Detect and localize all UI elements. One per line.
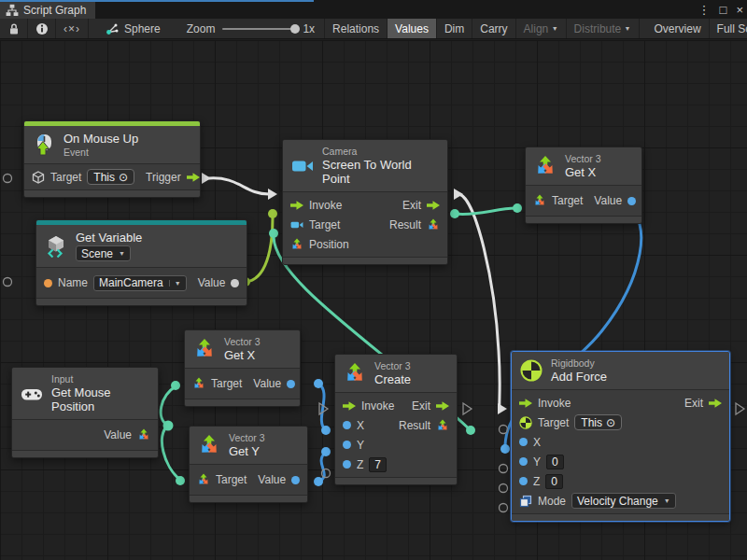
port-mouseup-self-empty[interactable] [4,175,12,183]
x-port[interactable] [519,438,528,446]
name-port[interactable] [44,279,52,287]
maximize-icon[interactable]: □ [720,3,727,17]
value-label: Value [104,428,132,441]
port-create-x-in[interactable] [321,426,331,435]
menu-icon[interactable]: ⋮ [698,3,711,17]
vector3-icon [193,338,216,360]
node-vector3-create[interactable]: Vector 3 Create Invoke Exit X Result [334,354,458,485]
port-create-y-in[interactable] [321,447,331,456]
vector3-port-icon[interactable] [197,473,210,486]
vector3-port-icon[interactable] [436,419,449,432]
z-value-field[interactable]: 0 [545,474,563,489]
values-button[interactable]: Values [388,19,437,38]
lock-button[interactable] [0,19,28,38]
invoke-port-icon[interactable] [290,201,303,210]
port-camera-position-in[interactable] [269,229,278,238]
tab-script-graph[interactable]: Script Graph [0,2,95,19]
wire-exit-to-addforce-invoke[interactable] [459,194,500,409]
close-icon[interactable]: × [736,3,743,17]
port-addforce-target-empty[interactable] [500,426,508,434]
port-addforce-exit-empty[interactable] [736,403,744,414]
node-category: Rigidbody [551,357,607,369]
graph-breadcrumb[interactable]: Sphere [96,19,170,38]
port-camera-result-out[interactable] [450,209,459,218]
node-vector3-get-x-top[interactable]: Vector 3 Get X Target Value [525,147,642,224]
vector3-port-icon[interactable] [290,238,303,251]
port-gety-target-in[interactable] [176,476,185,485]
y-value-field[interactable]: 0 [546,455,564,469]
variable-name-dropdown[interactable]: MainCamera ▼ [93,275,187,291]
distribute-button[interactable]: Distribute ▼ [567,19,640,38]
rigidbody-port-icon[interactable] [519,416,532,429]
wire-variable-to-camera-target[interactable] [246,217,273,282]
vector3-port-icon[interactable] [192,377,205,390]
z-value-field[interactable]: 7 [369,457,387,472]
relations-button[interactable]: Relations [325,19,388,38]
this-label: This [93,171,115,184]
value-port[interactable] [627,197,636,205]
port-addforce-y-empty[interactable] [500,465,508,473]
port-addforce-mode-empty[interactable] [500,504,508,512]
node-vector3-get-x[interactable]: Vector 3 Get X Target Value [184,329,301,407]
node-add-force[interactable]: Rigidbody Add Force Invoke Exit Target T… [511,351,730,522]
x-port[interactable] [343,421,351,429]
fullscreen-button[interactable]: Full Screen [710,19,747,38]
port-mouse-value-out[interactable] [163,421,174,431]
camera-port-icon[interactable] [290,218,303,231]
wire-result-to-getx-target[interactable] [455,208,515,215]
node-screen-to-world-point[interactable]: Camera Screen To World Point Invoke Exit… [282,139,448,265]
variable-scope-dropdown[interactable]: Scene ▼ [76,245,131,261]
node-vector3-get-y[interactable]: Vector 3 Get Y Target Value [189,426,308,503]
zoom-slider-handle[interactable] [290,24,300,34]
carry-button[interactable]: Carry [472,19,515,38]
node-footer [190,495,307,502]
trigger-port-icon[interactable] [187,173,200,182]
value-port[interactable] [291,476,300,484]
y-port[interactable] [343,441,351,449]
port-getxtop-target-in[interactable] [513,203,522,213]
wire-trigger-to-invoke[interactable] [209,178,269,194]
port-getx-target-in[interactable] [171,381,180,390]
port-camera-target-in[interactable] [268,209,277,218]
exit-port-icon[interactable] [436,401,449,411]
invoke-port-icon[interactable] [519,399,532,408]
y-port[interactable] [519,457,528,466]
target-this-chip[interactable]: This ⊙ [87,169,134,185]
port-camera-exit-out[interactable] [454,189,463,200]
exit-port-icon[interactable] [709,399,722,408]
value-port[interactable] [287,380,295,388]
port-getx-value-out[interactable] [314,379,323,388]
node-get-mouse-position[interactable]: Input Get Mouse Position Value [11,367,159,458]
port-row: Invoke Exit [512,393,729,413]
vector3-port-icon[interactable] [137,428,150,441]
port-gety-value-out[interactable] [314,477,323,486]
port-addforce-z-empty[interactable] [500,484,508,493]
dim-button[interactable]: Dim [437,19,472,38]
graph-canvas[interactable]: On Mouse Up Event Target This ⊙ Trigger [0,40,747,560]
wire-mouse-to-getx-target[interactable] [161,386,176,426]
z-port[interactable] [519,477,528,485]
overview-button[interactable]: Overview [647,19,710,38]
mode-dropdown[interactable]: Velocity Change ▼ [571,493,676,509]
vector3-port-icon[interactable] [427,218,440,231]
port-addforce-x-in[interactable] [500,444,510,454]
zoom-slider[interactable] [222,28,295,30]
port-variable-name-empty[interactable] [4,278,12,287]
node-get-variable[interactable]: Get Variable Scene ▼ Name MainCamera [35,219,247,306]
port-row: Target This ⊙ Trigger [24,167,200,187]
mode-icon[interactable] [519,495,532,508]
node-on-mouse-up[interactable]: On Mouse Up Event Target This ⊙ Trigger [23,120,201,198]
inspect-button[interactable] [28,19,56,38]
align-button[interactable]: Align ▼ [516,19,567,38]
code-view-button[interactable]: ‹×› [56,19,89,38]
vector3-port-icon[interactable] [533,194,546,207]
port-create-exit-empty[interactable] [463,403,472,414]
value-port[interactable] [231,279,239,287]
exit-port-icon[interactable] [427,201,440,210]
invoke-port-icon[interactable] [343,401,356,411]
port-trigger-out[interactable] [202,173,211,184]
port-create-result-out[interactable] [466,426,475,435]
z-port[interactable] [343,460,351,469]
wire-mouse-to-gety-target[interactable] [162,426,180,480]
target-this-chip[interactable]: This ⊙ [574,414,622,430]
